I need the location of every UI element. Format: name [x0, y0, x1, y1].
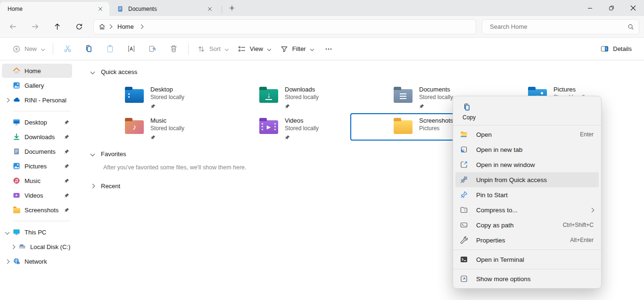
tile-music[interactable]: ♪ Music Stored locally	[111, 113, 241, 141]
sidebar-item-documents[interactable]: Documents	[2, 144, 72, 158]
menu-item-show-more-options[interactable]: Show more options	[455, 271, 599, 286]
tile-downloads[interactable]: ↓ Downloads Stored locally	[245, 82, 375, 109]
file-explorer-window: Home Documents	[0, 0, 644, 300]
menu-item-pin-to-start[interactable]: Pin to Start	[455, 187, 599, 202]
search-box[interactable]	[482, 19, 639, 34]
window-controls	[579, 0, 644, 16]
menu-item-compress-to[interactable]: Compress to...	[455, 202, 599, 217]
address-bar[interactable]: Home	[93, 19, 476, 34]
close-button[interactable]	[622, 0, 644, 16]
desktop-folder-icon	[125, 89, 144, 103]
paste-button[interactable]	[99, 41, 121, 57]
menu-item-open-in-new-tab[interactable]: Open in new tab	[455, 142, 599, 157]
tab-documents-label: Documents	[128, 6, 205, 12]
music-folder-icon: ♪	[125, 120, 144, 134]
sidebar-item-screenshots[interactable]: Screenshots	[2, 203, 72, 217]
pin-icon	[285, 102, 319, 108]
sidebar-item-music[interactable]: Music	[2, 174, 72, 188]
downloads-folder-icon: ↓	[259, 89, 278, 103]
copy-quick-action[interactable]: Copy	[462, 103, 476, 121]
more-options-button[interactable]	[318, 41, 339, 57]
desktop-icon	[12, 118, 21, 126]
menu-item-properties[interactable]: Properties Alt+Enter	[455, 233, 599, 248]
onedrive-cloud-icon	[12, 96, 21, 104]
rename-button[interactable]	[121, 41, 142, 57]
pin-icon	[62, 208, 71, 213]
toolbar-separator	[188, 43, 189, 55]
chevron-down-icon	[225, 47, 229, 50]
new-tab-button[interactable]	[225, 2, 239, 14]
pin-icon	[62, 120, 71, 125]
breadcrumb-home[interactable]: Home	[115, 22, 137, 31]
pin-icon	[62, 149, 71, 154]
view-label: View	[250, 45, 263, 52]
minimize-button[interactable]	[579, 0, 601, 16]
share-button[interactable]	[142, 41, 163, 57]
music-icon	[12, 177, 21, 184]
sidebar-item-videos[interactable]: Videos	[2, 188, 72, 202]
submenu-chevron-icon	[590, 208, 594, 212]
chevron-down-icon[interactable]	[91, 69, 95, 74]
view-button[interactable]: View	[233, 41, 275, 57]
sidebar-item-local-disk-c[interactable]: Local Disk (C:)	[2, 240, 72, 254]
navigation-bar: Home	[0, 16, 644, 38]
restore-button[interactable]	[601, 0, 622, 16]
network-icon	[12, 258, 21, 265]
sidebar-item-home[interactable]: Home	[2, 64, 72, 78]
copy-button[interactable]	[78, 41, 99, 57]
tab-home[interactable]: Home	[0, 2, 109, 16]
open-new-tab-icon	[459, 145, 469, 154]
pin-icon	[62, 178, 71, 183]
forward-button[interactable]	[27, 19, 43, 34]
details-pane-icon	[600, 44, 609, 53]
chevron-right-icon[interactable]	[91, 183, 95, 188]
tab-documents[interactable]: Documents	[109, 2, 219, 16]
details-label: Details	[613, 45, 632, 52]
sidebar-item-network[interactable]: Network	[2, 254, 72, 268]
delete-button[interactable]	[163, 41, 184, 57]
close-tab-icon[interactable]	[205, 4, 215, 14]
sort-button[interactable]: Sort	[192, 41, 233, 57]
filter-button[interactable]: Filter	[275, 41, 318, 57]
chevron-down-icon[interactable]	[2, 231, 12, 234]
menu-item-unpin-from-quick-access[interactable]: Unpin from Quick access	[455, 172, 599, 187]
tile-desktop[interactable]: Desktop Stored locally	[111, 82, 241, 109]
chevron-down-icon[interactable]	[91, 151, 95, 156]
refresh-button[interactable]	[71, 19, 87, 34]
menu-separator	[453, 269, 601, 269]
sidebar-item-this-pc[interactable]: This PC	[2, 225, 72, 239]
sidebar-item-pictures[interactable]: Pictures	[2, 159, 72, 173]
sidebar-item-gallery[interactable]: Gallery	[2, 78, 72, 92]
up-button[interactable]	[49, 19, 65, 34]
terminal-icon	[459, 255, 469, 264]
tab-strip: Home Documents	[0, 0, 644, 16]
breadcrumb-chevron-icon[interactable]	[139, 25, 143, 29]
chevron-right-icon[interactable]	[2, 260, 12, 263]
filter-icon	[280, 45, 289, 53]
sidebar-item-onedrive[interactable]: RINI - Personal	[2, 93, 72, 107]
document-icon	[117, 6, 124, 12]
chevron-right-icon[interactable]	[2, 99, 12, 102]
new-button[interactable]: New	[8, 41, 49, 57]
copy-as-path-icon	[459, 220, 469, 230]
menu-item-open-in-terminal[interactable]: Open in Terminal	[455, 252, 599, 267]
compress-zip-icon	[459, 205, 469, 215]
back-button[interactable]	[5, 19, 21, 34]
menu-item-copy-as-path[interactable]: Copy as path Ctrl+Shift+C	[455, 217, 599, 233]
home-icon	[12, 67, 21, 75]
search-icon[interactable]	[627, 24, 634, 30]
home-breadcrumb-icon[interactable]	[99, 23, 106, 30]
quick-access-header[interactable]: Quick access	[74, 65, 644, 78]
chevron-down-icon	[310, 47, 314, 50]
menu-item-open-in-new-window[interactable]: Open in new window	[455, 157, 599, 172]
search-input[interactable]	[489, 23, 627, 31]
menu-item-open[interactable]: Open Enter	[455, 127, 599, 142]
sidebar-item-downloads[interactable]: Downloads	[2, 130, 72, 144]
close-tab-icon[interactable]	[95, 4, 106, 14]
cut-button[interactable]	[57, 41, 78, 57]
chevron-right-icon[interactable]	[2, 245, 18, 249]
details-button[interactable]: Details	[595, 41, 636, 57]
sidebar-item-desktop[interactable]: Desktop	[2, 115, 72, 129]
gallery-icon	[12, 82, 21, 89]
context-menu: Copy Open Enter Open in new tab Open in …	[453, 96, 602, 289]
